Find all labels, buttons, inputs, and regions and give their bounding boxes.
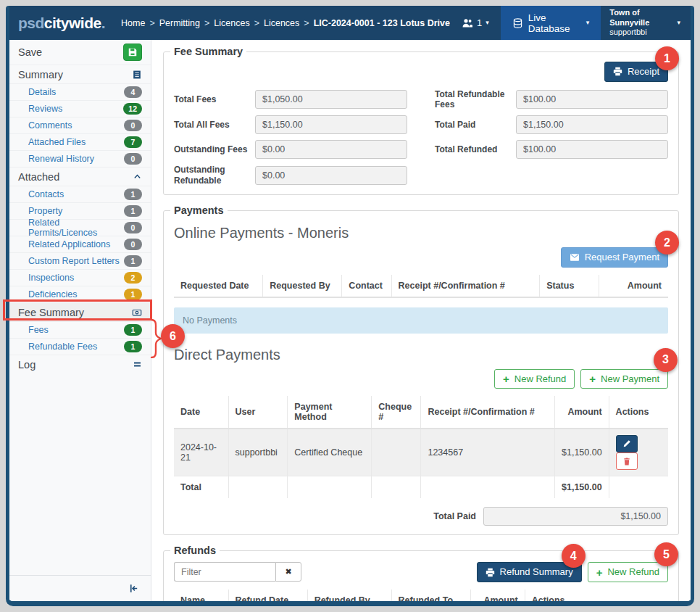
fee-summary-legend: Fee Summary [170, 46, 246, 57]
sidebar-item-comments[interactable]: Comments 0 [9, 117, 151, 133]
x-icon: ✖ [285, 567, 291, 576]
breadcrumb-licences-2[interactable]: Licences [264, 18, 299, 28]
sidebar-item-custom-report-letters[interactable]: Custom Report Letters 1 [9, 252, 151, 269]
active-users-menu[interactable]: 1 ▾ [450, 17, 501, 29]
chevron-up-icon [133, 172, 142, 181]
count-badge: 2 [124, 272, 142, 284]
save-row: Save [9, 40, 151, 65]
total-paid-value: $1,150.00 [516, 115, 668, 134]
sidebar-item-attached-files[interactable]: Attached Files 7 [9, 133, 151, 150]
direct-payments-total-row: Total $1,150.00 [174, 476, 668, 499]
sidebar-item-refundable-fees[interactable]: Refundable Fees 1 [9, 338, 151, 355]
new-payment-button[interactable]: + New Payment [580, 369, 668, 389]
breadcrumb-licences-1[interactable]: Licences [214, 18, 249, 28]
sidebar-item-fees[interactable]: Fees 1 [9, 321, 151, 338]
sidebar-item-contacts[interactable]: Contacts 1 [9, 186, 151, 202]
sidebar-item-deficiencies[interactable]: Deficiencies 1 [9, 286, 151, 302]
refund-summary-button[interactable]: Refund Summary [477, 562, 582, 582]
total-refundable-fees-label: Total Refundable Fees [435, 89, 516, 110]
save-label: Save [18, 46, 42, 58]
sidebar-item-summary[interactable]: Summary [9, 65, 151, 83]
online-payments-heading: Online Payments - Moneris [174, 225, 668, 241]
money-icon [132, 307, 142, 318]
payments-total-paid-label: Total Paid [433, 511, 476, 521]
request-payment-button[interactable]: Request Payment [561, 247, 668, 268]
plus-icon: + [503, 373, 509, 384]
direct-new-refund-button[interactable]: + New Refund [494, 369, 575, 389]
main-content: Fee Summary Receipt 1 Total Fees$1,050.0… [151, 40, 691, 601]
count-badge: 1 [124, 205, 142, 217]
payment-cheque [372, 429, 421, 476]
direct-payments-table: Date User Payment Method Cheque # Receip… [174, 396, 668, 498]
top-navbar: psdcitywide. Home > Permitting > Licence… [9, 6, 691, 40]
user-account-menu[interactable]: Town of Sunnyville supportbbi ▾ [601, 8, 691, 38]
receipt-button[interactable]: Receipt [604, 62, 668, 82]
printer-icon [613, 67, 622, 76]
sidebar-item-fee-summary[interactable]: Fee Summary [9, 302, 151, 321]
payment-receipt: 1234567 [421, 429, 554, 476]
left-sidebar: Save Summary Details 4 [9, 40, 151, 601]
total-refunded-label: Total Refunded [435, 144, 516, 154]
floppy-disk-icon [128, 47, 138, 57]
breadcrumb-home[interactable]: Home [121, 18, 145, 28]
user-count: 1 [477, 17, 482, 28]
database-selector[interactable]: Live Database ▾ [501, 6, 601, 40]
psd-citywide-logo: psdcitywide. [18, 15, 105, 32]
sidebar-item-attached[interactable]: Attached [9, 167, 151, 186]
refunds-new-refund-button[interactable]: + New Refund [588, 562, 668, 582]
payments-total-paid-value: $1,150.00 [483, 507, 668, 526]
refunds-legend: Refunds [170, 545, 220, 556]
collapse-sidebar-icon[interactable] [128, 583, 139, 594]
breadcrumb-permitting[interactable]: Permitting [159, 18, 200, 28]
save-button[interactable] [123, 44, 142, 61]
users-icon [462, 17, 473, 29]
count-badge: 7 [124, 136, 142, 148]
total-all-fees-value: $1,150.00 [255, 115, 407, 134]
delete-payment-button[interactable] [616, 452, 638, 470]
app-window: psdcitywide. Home > Permitting > Licence… [6, 6, 694, 606]
no-payments-banner: No Payments [174, 307, 668, 334]
total-refunded-value: $100.00 [516, 140, 668, 159]
database-icon [512, 17, 523, 29]
refunds-filter-input[interactable] [174, 562, 275, 582]
sidebar-item-reviews[interactable]: Reviews 12 [9, 100, 151, 117]
clear-filter-button[interactable]: ✖ [275, 562, 301, 582]
sidebar-item-renewal-history[interactable]: Renewal History 0 [9, 150, 151, 167]
refunds-panel: Refunds ✖ Refund Summary 4 [163, 545, 679, 601]
direct-payment-row: 2024-10-21 supportbbi Certified Cheque 1… [174, 429, 668, 476]
total-refundable-fees-value: $100.00 [516, 90, 668, 109]
sidebar-item-property[interactable]: Property 1 [9, 202, 151, 219]
direct-payments-heading: Direct Payments [174, 347, 668, 363]
count-badge: 0 [124, 120, 142, 131]
count-badge: 0 [124, 222, 142, 233]
sidebar-item-log[interactable]: Log [9, 355, 151, 373]
total-paid-label: Total Paid [435, 120, 516, 130]
count-badge: 1 [124, 255, 142, 267]
breadcrumb-current: LIC-2024-0001 - 123 Lotus Drive [314, 18, 450, 28]
printer-icon [486, 568, 495, 577]
count-badge: 1 [124, 324, 142, 336]
org-username: supportbbi [609, 28, 672, 38]
total-all-fees-label: Total All Fees [174, 120, 255, 130]
edit-payment-button[interactable] [616, 435, 638, 452]
payment-method: Certified Cheque [288, 429, 372, 476]
outstanding-refundable-label: Outstanding Refundable [174, 165, 255, 186]
sidebar-item-inspections[interactable]: Inspections 2 [9, 269, 151, 286]
sidebar-item-related-permits[interactable]: Related Permits/Licences 0 [9, 219, 151, 236]
total-fees-value: $1,050.00 [255, 90, 407, 109]
sidebar-item-related-applications[interactable]: Related Applications 0 [9, 236, 151, 252]
refunds-table: Name Refund Date Refunded By Refunded To… [174, 590, 668, 601]
outstanding-fees-label: Outstanding Fees [174, 144, 255, 154]
online-payments-table: Requested Date Requested By Contact Rece… [174, 275, 668, 298]
payment-date: 2024-10-21 [174, 429, 228, 476]
plus-icon: + [596, 567, 603, 578]
total-fees-label: Total Fees [174, 94, 255, 104]
plus-icon: + [589, 373, 596, 384]
count-badge: 12 [123, 103, 142, 115]
payments-legend: Payments [170, 204, 228, 216]
caret-down-icon: ▾ [677, 20, 680, 26]
count-badge: 4 [124, 86, 142, 98]
sidebar-item-details[interactable]: Details 4 [9, 83, 151, 100]
list-icon [132, 70, 142, 80]
outstanding-fees-value: $0.00 [255, 140, 407, 159]
